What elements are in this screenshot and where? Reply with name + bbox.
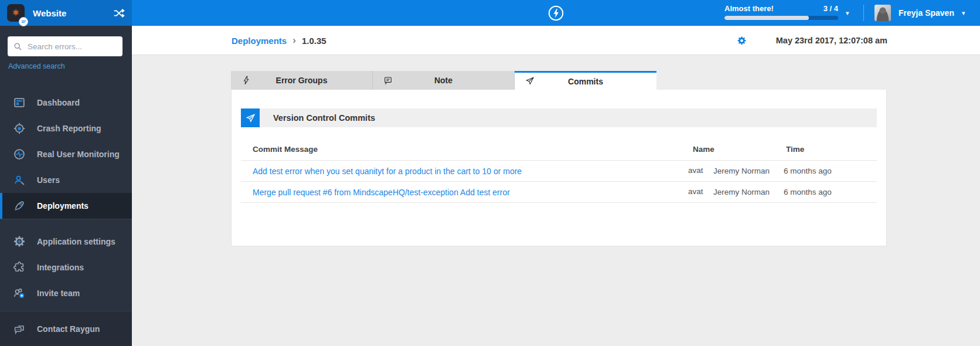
sidebar-item-label: Invite team [37, 289, 80, 298]
sidebar-item-dashboard[interactable]: Dashboard [0, 90, 132, 116]
sidebar-item-label: Application settings [37, 237, 115, 246]
column-header-name: Name [688, 145, 784, 154]
sidebar-item-deployments[interactable]: Deployments [0, 193, 132, 219]
user-menu[interactable]: Freyja Spaven ▾ [874, 0, 965, 26]
real-user-monitoring-icon [13, 148, 26, 161]
sidebar-item-label: Integrations [37, 263, 84, 272]
paper-plane-icon [525, 76, 535, 86]
time-settings-gear-icon[interactable] [737, 36, 747, 46]
commit-time: 6 months ago [784, 188, 877, 196]
commit-message-link[interactable]: Merge pull request #6 from MindscapeHQ/t… [253, 188, 510, 197]
note-icon [383, 76, 393, 85]
onboarding-progress[interactable]: Almost there! 3 / 4 [724, 4, 838, 20]
topbar-divider [863, 5, 864, 21]
tab-error-groups[interactable]: Error Groups [231, 71, 373, 90]
commit-author: Jeremy Norman [713, 188, 784, 196]
column-header-time: Time [784, 145, 877, 154]
paper-plane-icon [241, 108, 260, 127]
breadcrumb-current-version: 1.0.35 [302, 36, 326, 46]
broken-avatar-alt-text: avatar [688, 166, 713, 177]
error-search [8, 36, 122, 56]
tab-label: Note [434, 76, 452, 85]
page-header: Deployments › 1.0.35 May 23rd 2017, 12:0… [132, 26, 980, 55]
breadcrumb-chevron-icon: › [292, 35, 296, 46]
onboarding-chevron-down-icon[interactable]: ▾ [846, 9, 849, 17]
app-switcher: ✶ Website [0, 0, 132, 26]
commit-author: Jeremy Norman [713, 167, 784, 175]
sidebar-item-label: Contact Raygun [37, 324, 100, 334]
sidebar-menu: Dashboard Crash Reporting Real User Moni… [0, 90, 132, 306]
user-name: Freyja Spaven [899, 8, 954, 18]
table-row: Merge pull request #6 from MindscapeHQ/t… [241, 182, 877, 203]
top-bar: ✶ Website Almost there! 3 / 4 ▾ Freyja S… [0, 0, 980, 26]
sidebar-item-integrations[interactable]: Integrations [0, 255, 132, 280]
breadcrumb-deployments-link[interactable]: Deployments [232, 36, 287, 46]
tab-bar: Error Groups Note Commits [231, 71, 656, 90]
commits-table: Commit Message Name Time Add test error … [241, 127, 877, 203]
app-name: Website [33, 8, 66, 18]
advanced-search-link[interactable]: Advanced search [8, 62, 65, 70]
progress-bar-fill [724, 16, 809, 20]
lightning-circle-icon[interactable] [548, 5, 564, 21]
tab-label: Error Groups [276, 76, 328, 85]
crash-reporting-icon [13, 122, 26, 135]
deployment-datetime: May 23rd 2017, 12:07:08 am [776, 36, 887, 45]
rocket-icon [13, 199, 26, 212]
column-header-commit-message: Commit Message [241, 145, 688, 154]
sidebar-item-invite-team[interactable]: Invite team [0, 280, 132, 306]
app-logo-badge-icon [19, 17, 28, 26]
commits-panel: Version Control Commits Commit Message N… [231, 90, 887, 246]
sidebar-item-real-user-monitoring[interactable]: Real User Monitoring [0, 141, 132, 167]
search-icon [13, 42, 22, 51]
progress-bar [724, 16, 838, 20]
sidebar-item-label: Crash Reporting [37, 124, 101, 133]
onboarding-label: Almost there! [724, 4, 774, 13]
search-input[interactable] [28, 42, 117, 51]
onboarding-count: 3 / 4 [824, 4, 838, 13]
sidebar-item-label: Real User Monitoring [37, 150, 120, 159]
user-avatar [874, 5, 891, 21]
lightning-icon [241, 76, 251, 85]
sidebar-bottom-section: Contact Raygun [0, 311, 132, 346]
sidebar-item-label: Dashboard [37, 98, 80, 107]
gear-icon [13, 235, 26, 248]
app-logo: ✶ [7, 4, 25, 22]
section-title: Version Control Commits [273, 113, 375, 123]
sidebar-item-crash-reporting[interactable]: Crash Reporting [0, 116, 132, 141]
section-header: Version Control Commits [241, 108, 877, 127]
sidebar-item-contact-raygun[interactable]: Contact Raygun [0, 316, 132, 342]
sidebar-divider [0, 219, 132, 219]
chat-bubbles-icon [13, 323, 26, 335]
tab-commits[interactable]: Commits [515, 71, 656, 90]
sidebar-item-users[interactable]: Users [0, 167, 132, 193]
table-row: Add test error when you set quanityt for… [241, 161, 877, 182]
commit-time: 6 months ago [784, 167, 877, 175]
table-header-row: Commit Message Name Time [241, 127, 877, 161]
breadcrumb: Deployments › 1.0.35 [232, 26, 326, 55]
sidebar-item-label: Deployments [37, 201, 89, 211]
sidebar-item-label: Users [37, 175, 60, 185]
commit-message-link[interactable]: Add test error when you set quanityt for… [253, 167, 522, 176]
dashboard-icon [13, 96, 26, 109]
switch-app-icon[interactable] [113, 8, 125, 18]
users-icon [13, 174, 26, 186]
tab-note[interactable]: Note [373, 71, 515, 90]
tab-label: Commits [568, 77, 603, 86]
user-chevron-down-icon: ▾ [962, 9, 965, 17]
broken-avatar-alt-text: avatar [688, 187, 713, 198]
puzzle-icon [13, 261, 26, 274]
invite-team-icon [13, 287, 26, 300]
sidebar-item-application-settings[interactable]: Application settings [0, 229, 132, 255]
sidebar: Advanced search Dashboard Crash Reportin… [0, 26, 132, 346]
